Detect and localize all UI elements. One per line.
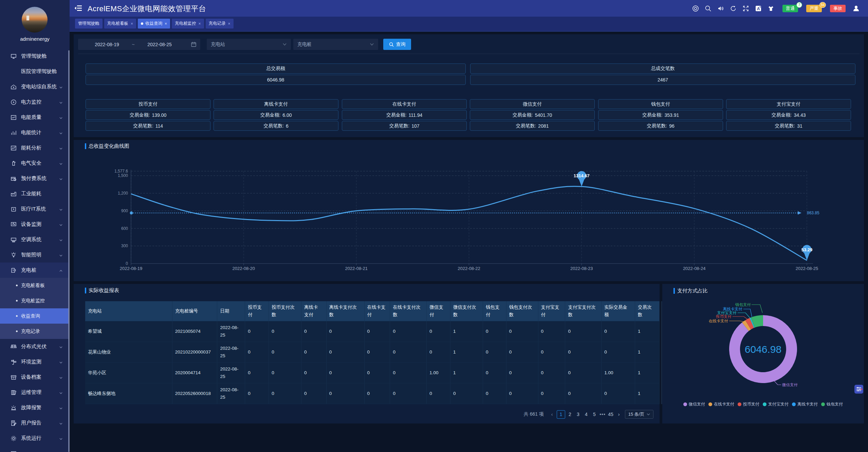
- page-button-5[interactable]: 5: [591, 410, 598, 419]
- sidebar-item-故障报警[interactable]: 故障报警: [0, 400, 70, 415]
- chevron-down-icon: [59, 101, 62, 104]
- search-icon[interactable]: [705, 5, 712, 12]
- help-icon[interactable]: [692, 5, 699, 12]
- table-row[interactable]: 花果山物业202102200000372022-08-2500000001000…: [85, 342, 660, 363]
- table-cell: 0: [301, 383, 326, 404]
- sound-icon[interactable]: [717, 5, 724, 12]
- tab-管理驾驶舱[interactable]: 管理驾驶舱: [75, 19, 103, 29]
- sidebar-item-充电桩[interactable]: 充电桩: [0, 263, 70, 278]
- page-button-4[interactable]: 4: [583, 410, 590, 419]
- prev-page-button[interactable]: ‹: [549, 410, 555, 419]
- sidebar-item-运维管理[interactable]: 运维管理: [0, 385, 70, 400]
- station-select[interactable]: 充电站: [207, 39, 291, 50]
- page-button-1[interactable]: 1: [557, 410, 565, 419]
- table-row[interactable]: 畅达峰东侧地202205260000182022-08-250000000000…: [85, 383, 660, 404]
- sidebar-item-电气安全[interactable]: 电气安全: [0, 156, 70, 171]
- tab-label: 收益查询: [145, 21, 162, 26]
- more-pages-icon[interactable]: •••: [599, 410, 606, 419]
- translate-icon[interactable]: A: [755, 5, 762, 12]
- close-icon[interactable]: ×: [228, 22, 230, 26]
- sidebar-item-管理驾驶舱[interactable]: 管理驾驶舱: [0, 49, 70, 64]
- sidebar-item-空调系统[interactable]: 空调系统: [0, 232, 70, 247]
- count-value: 114: [155, 123, 163, 129]
- svg-text:A: A: [757, 6, 760, 11]
- search-button[interactable]: 查询: [383, 39, 411, 50]
- sidebar-item-智能照明[interactable]: 智能照明: [0, 247, 70, 263]
- line-chart[interactable]: 03006009001,2001,5001,577.62022-08-19202…: [74, 140, 864, 281]
- report-icon: [11, 420, 17, 426]
- legend-label: 支付宝支付: [768, 401, 789, 407]
- tab-label: 管理驾驶舱: [78, 21, 99, 26]
- avatar[interactable]: [22, 7, 48, 33]
- sidebar-item-变电站综自系统[interactable]: 变电站综自系统: [0, 79, 70, 94]
- tab-充电记录[interactable]: 充电记录×: [206, 19, 234, 29]
- sidebar-subitem-充电桩监控[interactable]: 充电桩监控: [0, 293, 70, 308]
- page-button-2[interactable]: 2: [567, 410, 573, 419]
- tab-strip: 管理驾驶舱充电桩看板×收益查询×充电桩监控×充电记录×: [70, 17, 868, 32]
- table-cell: 花果山物业: [85, 342, 172, 363]
- sidebar-item-能耗分析[interactable]: 能耗分析: [0, 140, 70, 156]
- sidebar-item-环境监测[interactable]: 环境监测: [0, 354, 70, 369]
- next-page-button[interactable]: ›: [615, 410, 622, 419]
- user-icon[interactable]: [852, 5, 860, 12]
- date-start[interactable]: 2022-08-19: [88, 42, 126, 47]
- sidebar-item-工业能耗[interactable]: 工业能耗: [0, 186, 70, 201]
- date-range-picker[interactable]: 2022-08-19 ~ 2022-08-25: [78, 39, 200, 50]
- sidebar-item-医疗IT系统[interactable]: 医疗IT系统: [0, 201, 70, 217]
- sidebar-subitem-充电桩看板[interactable]: 充电桩看板: [0, 278, 70, 293]
- legend-item-支付宝支付[interactable]: 支付宝支付: [763, 401, 789, 407]
- tab-收益查询[interactable]: 收益查询×: [138, 19, 170, 29]
- sidebar-item-预付费系统[interactable]: 预付费系统: [0, 171, 70, 186]
- page-button-3[interactable]: 3: [575, 410, 581, 419]
- legend-item-离线卡支付[interactable]: 离线卡支付: [792, 401, 818, 407]
- sidebar-item-医院管理驾驶舱[interactable]: 医院管理驾驶舱: [0, 64, 70, 79]
- table-cell: 2021005074: [172, 321, 217, 342]
- pile-select[interactable]: 充电桩: [293, 39, 378, 50]
- theme-icon[interactable]: [768, 5, 774, 12]
- refresh-icon[interactable]: [730, 5, 737, 12]
- table-cell: 0: [390, 321, 427, 342]
- sidebar-subitem-收益查询[interactable]: 收益查询: [0, 308, 70, 324]
- sidebar-item-设备监测[interactable]: 设备监测: [0, 217, 70, 232]
- sidebar-item-用户报告[interactable]: 用户报告: [0, 415, 70, 431]
- sidebar-subitem-充电记录[interactable]: 充电记录: [0, 324, 70, 339]
- sidebar-item-电能统计[interactable]: 电能统计: [0, 125, 70, 140]
- sidebar-item-系统运行[interactable]: 系统运行: [0, 431, 70, 446]
- close-icon[interactable]: ×: [165, 22, 167, 26]
- sidebar-item-分布式光伏[interactable]: 分布式光伏: [0, 339, 70, 354]
- page-size-select[interactable]: 15 条/页: [625, 410, 653, 419]
- sidebar-item-电力监控[interactable]: 电力监控: [0, 94, 70, 110]
- table-row[interactable]: 华苑小区20200047142022-08-250000001.00100001…: [85, 363, 660, 383]
- table-cell: 0: [269, 383, 301, 404]
- quick-settings-button[interactable]: [854, 385, 863, 394]
- legend-item-在线卡支付[interactable]: 在线卡支付: [708, 401, 734, 407]
- prepaid-icon: [11, 176, 17, 182]
- alarm-button-普通[interactable]: 普通7: [782, 5, 798, 12]
- sidebar-item-label: 电能质量: [21, 114, 41, 121]
- close-icon[interactable]: ×: [131, 22, 133, 26]
- legend-item-微信支付[interactable]: 微信支付: [683, 401, 705, 407]
- amount-label: 交易金额:: [772, 112, 792, 118]
- app: adminenergy 管理驾驶舱医院管理驾驶舱变电站综自系统电力监控电能质量电…: [0, 0, 868, 452]
- sidebar-item-电能质量[interactable]: 电能质量: [0, 110, 70, 125]
- alarm-button-严重[interactable]: 严重84: [806, 5, 822, 12]
- table-cell: 0: [364, 321, 390, 342]
- page-button-45[interactable]: 45: [607, 410, 614, 419]
- sidebar-item-partial[interactable]: [0, 446, 70, 452]
- table-row[interactable]: 希望城20210050742022-08-2500000001000001: [85, 321, 660, 342]
- collapse-menu-icon[interactable]: [74, 5, 82, 12]
- legend-item-钱包支付[interactable]: 钱包支付: [821, 401, 843, 407]
- fullscreen-icon[interactable]: [742, 5, 749, 12]
- badge-count: 84: [819, 2, 826, 8]
- table-cell: 0: [245, 383, 269, 404]
- date-end[interactable]: 2022-08-25: [141, 42, 178, 47]
- payment-card-count: 交易笔数:31: [726, 121, 851, 131]
- bullet-icon: [16, 315, 18, 317]
- close-icon[interactable]: ×: [199, 22, 201, 26]
- sidebar-item-设备档案[interactable]: 设备档案: [0, 369, 70, 385]
- table-cell: 0: [602, 342, 635, 363]
- tab-充电桩看板[interactable]: 充电桩看板×: [104, 19, 136, 29]
- legend-item-投币支付[interactable]: 投币支付: [738, 401, 759, 407]
- alarm-button-事故[interactable]: 事故: [830, 5, 846, 12]
- tab-充电桩监控[interactable]: 充电桩监控×: [172, 19, 204, 29]
